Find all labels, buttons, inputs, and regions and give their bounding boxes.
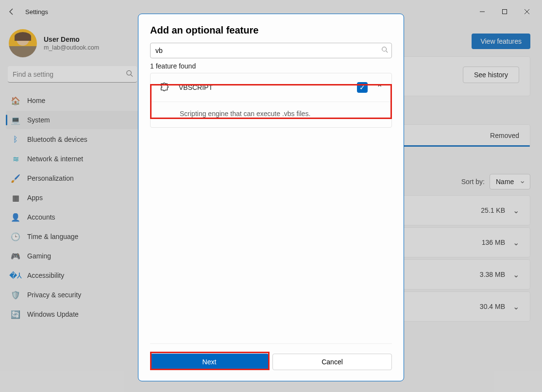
modal-title: Add an optional feature xyxy=(150,25,392,36)
puzzle-icon xyxy=(159,81,170,94)
modal-search-input[interactable] xyxy=(150,43,392,58)
feature-description: Scripting engine that can execute .vbs f… xyxy=(151,102,391,127)
next-button[interactable]: Next xyxy=(150,354,269,370)
results-count: 1 feature found xyxy=(150,62,392,70)
add-feature-modal: Add an optional feature 1 feature found … xyxy=(138,14,404,381)
feature-name: VBSCRIPT xyxy=(179,84,213,91)
feature-result-header[interactable]: VBSCRIPT ✓ ⌃ xyxy=(151,73,391,102)
feature-result-card: VBSCRIPT ✓ ⌃ Scripting engine that can e… xyxy=(150,73,392,128)
modal-search-wrap xyxy=(150,43,392,58)
svg-point-4 xyxy=(382,47,387,51)
modal-overlay: Add an optional feature 1 feature found … xyxy=(0,0,542,392)
cancel-button[interactable]: Cancel xyxy=(272,354,392,370)
search-icon xyxy=(381,46,388,55)
feature-checkbox[interactable]: ✓ xyxy=(357,82,368,93)
modal-footer: Next Cancel xyxy=(150,343,392,370)
chevron-up-icon[interactable]: ⌃ xyxy=(376,83,383,92)
svg-line-5 xyxy=(386,51,388,53)
